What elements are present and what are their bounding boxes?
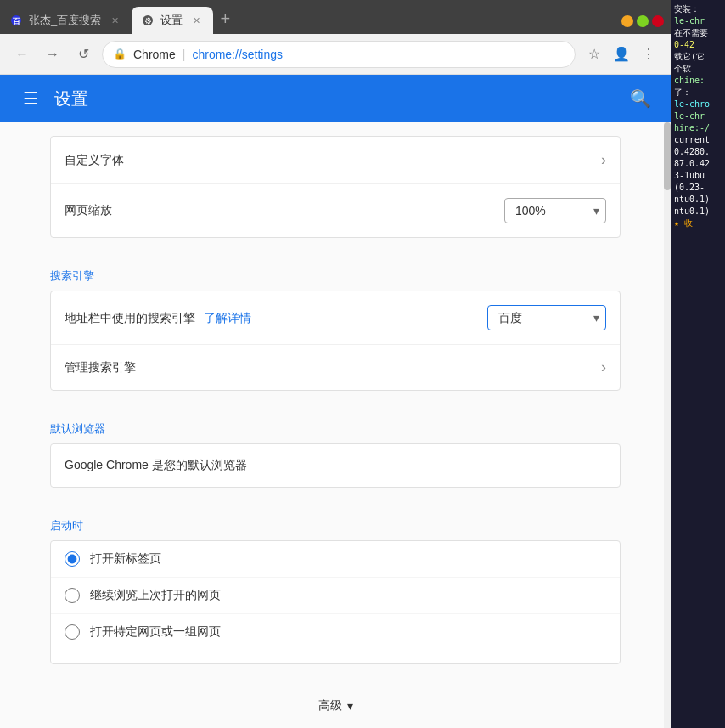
page-zoom-label: 网页缩放 xyxy=(65,203,112,218)
window-controls xyxy=(621,15,671,34)
page-zoom-select-wrapper: 75% 90% 100% 110% 125% 150% ▾ xyxy=(504,198,606,223)
appearance-section-card: 自定义字体 › 网页缩放 75% 90% 100% 110% 125% 150% xyxy=(50,136,621,238)
startup-new-tab-radio[interactable] xyxy=(65,551,80,567)
terminal-line: 3-1ubu xyxy=(674,170,722,182)
startup-new-tab-row[interactable]: 打开新标签页 xyxy=(51,541,620,578)
terminal-line: 个软 xyxy=(674,63,722,75)
secure-icon: 🔒 xyxy=(113,48,126,60)
browser-window: 百 张杰_百度搜索 ✕ ⚙ 设置 ✕ + ← xyxy=(0,0,671,728)
startup-specific-row[interactable]: 打开特定网页或一组网页 xyxy=(51,614,620,650)
terminal-line: ★ 收 xyxy=(674,217,722,229)
terminal-line: 0.4280. xyxy=(674,146,722,158)
tab-favicon-baidu: 百 xyxy=(10,14,22,26)
custom-font-label: 自定义字体 xyxy=(65,153,124,168)
address-bar: ← → ↺ 🔒 Chrome | chrome://settings ☆ 👤 ⋮ xyxy=(0,34,671,75)
custom-font-arrow-icon: › xyxy=(601,151,606,169)
terminal-line: ntu0.1) xyxy=(674,194,722,206)
manage-search-arrow-icon: › xyxy=(601,358,606,376)
search-engine-select-wrapper: Google 百度 必应 搜狗 ▾ xyxy=(487,305,606,330)
advanced-button[interactable]: 高级 ▾ xyxy=(305,691,367,720)
terminal-line: ntu0.1) xyxy=(674,206,722,217)
settings-content[interactable]: 自定义字体 › 网页缩放 75% 90% 100% 110% 125% 150% xyxy=(0,122,671,728)
minimize-button[interactable] xyxy=(621,15,633,27)
url-chrome-label: Chrome xyxy=(133,48,176,61)
startup-continue-label: 继续浏览上次打开的网页 xyxy=(90,588,221,603)
account-button[interactable]: 👤 xyxy=(610,42,633,66)
terminal-line: 87.0.42 xyxy=(674,158,722,170)
learn-more-link[interactable]: 了解详情 xyxy=(204,311,251,324)
terminal-line: hine:-/ xyxy=(674,122,722,134)
tab-title-baidu: 张杰_百度搜索 xyxy=(29,13,101,28)
bookmark-button[interactable]: ☆ xyxy=(582,42,606,66)
page-zoom-select[interactable]: 75% 90% 100% 110% 125% 150% xyxy=(504,198,606,223)
svg-text:⚙: ⚙ xyxy=(144,16,152,25)
advanced-label: 高级 xyxy=(318,698,342,714)
url-bar[interactable]: 🔒 Chrome | chrome://settings xyxy=(102,41,576,68)
page-zoom-row: 网页缩放 75% 90% 100% 110% 125% 150% ▾ xyxy=(51,184,620,237)
url-separator: | xyxy=(183,48,186,61)
tab-close-settings[interactable]: ✕ xyxy=(189,14,203,27)
scrollbar-thumb[interactable] xyxy=(664,122,671,190)
svg-text:百: 百 xyxy=(13,17,21,25)
maximize-button[interactable] xyxy=(637,15,649,27)
url-path: chrome://settings xyxy=(192,48,283,61)
startup-card: 打开新标签页 继续浏览上次打开的网页 打开特定网页或一组网页 xyxy=(50,540,621,664)
custom-font-row[interactable]: 自定义字体 › xyxy=(51,137,620,184)
terminal-line: chine: xyxy=(674,75,722,87)
scrollbar-track[interactable] xyxy=(664,122,671,728)
sidebar-toggle-button[interactable]: ☰ xyxy=(14,82,48,116)
title-bar: 百 张杰_百度搜索 ✕ ⚙ 设置 ✕ + xyxy=(0,0,671,34)
back-button[interactable]: ← xyxy=(10,42,34,66)
advanced-chevron-icon: ▾ xyxy=(347,699,353,713)
manage-search-engines-label: 管理搜索引擎 xyxy=(65,360,136,375)
terminal-line: (0.23- xyxy=(674,182,722,194)
address-actions: ☆ 👤 ⋮ xyxy=(582,42,660,66)
search-engine-select[interactable]: Google 百度 必应 搜狗 xyxy=(487,305,606,330)
tab-close-baidu[interactable]: ✕ xyxy=(108,14,121,27)
tab-settings[interactable]: ⚙ 设置 ✕ xyxy=(132,7,213,34)
startup-specific-label: 打开特定网页或一组网页 xyxy=(90,624,221,640)
terminal-line: 了： xyxy=(674,87,722,99)
startup-new-tab-label: 打开新标签页 xyxy=(90,551,161,567)
address-bar-search-label: 地址栏中使用的搜索引擎 xyxy=(65,311,195,324)
terminal-line: current xyxy=(674,134,722,146)
terminal-line: 安装： xyxy=(674,3,722,15)
search-engine-card: 地址栏中使用的搜索引擎 了解详情 Google 百度 必应 搜狗 ▾ xyxy=(50,291,621,391)
terminal-line: le-chro xyxy=(674,99,722,110)
tab-baidu[interactable]: 百 张杰_百度搜索 ✕ xyxy=(0,7,132,34)
search-engine-row: 地址栏中使用的搜索引擎 了解详情 Google 百度 必应 搜狗 ▾ xyxy=(51,291,620,345)
default-browser-status: Google Chrome 是您的默认浏览器 xyxy=(51,444,620,487)
default-browser-heading: 默认浏览器 xyxy=(30,404,641,443)
reload-button[interactable]: ↺ xyxy=(71,42,95,66)
terminal-line: le-chr xyxy=(674,15,722,27)
terminal-panel: 安装： le-chr 在不需要 0-42 载它(它 个软 chine: 了： l… xyxy=(671,0,725,728)
terminal-line: 载它(它 xyxy=(674,51,722,63)
terminal-content: 安装： le-chr 在不需要 0-42 载它(它 个软 chine: 了： l… xyxy=(671,0,725,233)
default-browser-card: Google Chrome 是您的默认浏览器 xyxy=(50,443,621,488)
tab-title-settings: 设置 xyxy=(160,13,183,28)
manage-search-engines-row[interactable]: 管理搜索引擎 › xyxy=(51,345,620,390)
startup-specific-radio[interactable] xyxy=(65,624,80,640)
forward-button[interactable]: → xyxy=(41,42,65,66)
advanced-section: 高级 ▾ xyxy=(0,678,671,728)
startup-continue-radio[interactable] xyxy=(65,588,80,603)
settings-header: ☰ 设置 🔍 xyxy=(0,75,671,122)
settings-page: ☰ 设置 🔍 自定义字体 › 网页缩放 75% 90% 100% xyxy=(0,75,671,728)
settings-page-title: 设置 xyxy=(54,87,623,110)
startup-continue-row[interactable]: 继续浏览上次打开的网页 xyxy=(51,578,620,614)
tab-favicon-settings: ⚙ xyxy=(142,14,154,26)
terminal-line: 在不需要 xyxy=(674,27,722,39)
new-tab-button[interactable]: + xyxy=(213,7,237,31)
menu-button[interactable]: ⋮ xyxy=(637,42,660,66)
search-engine-label-group: 地址栏中使用的搜索引擎 了解详情 xyxy=(65,310,251,326)
search-engine-heading: 搜索引擎 xyxy=(30,251,641,291)
close-button[interactable] xyxy=(652,15,664,27)
on-startup-heading: 启动时 xyxy=(30,501,641,540)
terminal-line: le-chr xyxy=(674,110,722,122)
settings-search-button[interactable]: 🔍 xyxy=(623,82,657,116)
terminal-line: 0-42 xyxy=(674,39,722,51)
